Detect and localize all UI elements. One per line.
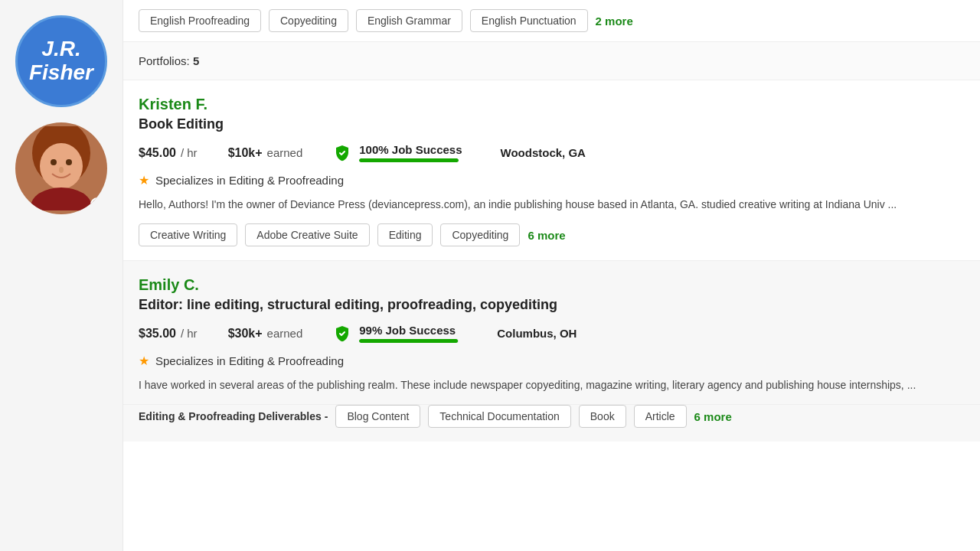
skill-adobe[interactable]: Adobe Creative Suite bbox=[245, 223, 369, 246]
freelancer-stats-kristen: $45.00 / hr $10k+ earned 100% Job Succes… bbox=[139, 143, 965, 162]
description-kristen: Hello, Authors! I'm the owner of Devianc… bbox=[139, 197, 965, 213]
deliverable-technical[interactable]: Technical Documentation bbox=[428, 405, 570, 428]
specialization-text-emily: Specializes in Editing & Proofreading bbox=[155, 354, 344, 367]
specialization-row-kristen: ★ Specializes in Editing & Proofreading bbox=[139, 173, 965, 187]
deliverable-book[interactable]: Book bbox=[579, 405, 626, 428]
earned-amount-kristen: $10k+ bbox=[228, 146, 263, 160]
avatar-initials: J.R.Fisher bbox=[29, 37, 93, 85]
freelancer-card-emily: Emily C. Editor: line editing, structura… bbox=[123, 261, 980, 405]
freelancer-title-emily: Editor: line editing, structural editing… bbox=[139, 297, 965, 313]
skill-tag-grammar[interactable]: English Grammar bbox=[356, 9, 462, 32]
avatar-kristen[interactable] bbox=[15, 122, 107, 214]
freelancer-card-kristen: Kristen F. Book Editing $45.00 / hr $10k… bbox=[123, 80, 980, 261]
deliverable-blog[interactable]: Blog Content bbox=[335, 405, 420, 428]
rate-unit-emily: / hr bbox=[181, 327, 198, 340]
portfolios-row: Portfolios: 5 bbox=[123, 42, 980, 80]
job-success-text-kristen: 100% Job Success bbox=[359, 143, 462, 156]
specialization-text-kristen: Specializes in Editing & Proofreading bbox=[155, 174, 344, 187]
avatar-dot-kristen bbox=[90, 197, 104, 211]
star-icon-emily: ★ bbox=[139, 354, 149, 368]
avatar-kristen-svg bbox=[23, 126, 100, 210]
job-success-fill-emily bbox=[359, 339, 458, 343]
job-success-bar-emily bbox=[359, 339, 459, 343]
job-success-info-emily: 99% Job Success bbox=[359, 324, 459, 343]
job-success-fill-kristen bbox=[359, 158, 459, 162]
skills-more-kristen[interactable]: 6 more bbox=[528, 229, 565, 242]
description-emily: I have worked in several areas of the pu… bbox=[139, 377, 965, 393]
freelancer-name-emily[interactable]: Emily C. bbox=[139, 276, 965, 294]
main-content: English Proofreading Copyediting English… bbox=[122, 0, 980, 551]
deliverables-row: Editing & Proofreading Deliverables - Bl… bbox=[123, 405, 980, 442]
rate-unit-kristen: / hr bbox=[181, 146, 198, 159]
top-skills-row: English Proofreading Copyediting English… bbox=[123, 0, 980, 42]
freelancer-name-kristen[interactable]: Kristen F. bbox=[139, 96, 965, 113]
avatar-jr-fisher[interactable]: J.R.Fisher bbox=[15, 15, 107, 107]
star-icon-kristen: ★ bbox=[139, 173, 149, 187]
deliverables-more[interactable]: 6 more bbox=[694, 410, 732, 423]
earned-label-emily: earned bbox=[267, 327, 303, 340]
page-wrapper: J.R.Fisher bbox=[0, 0, 980, 551]
sidebar: J.R.Fisher bbox=[0, 0, 122, 551]
skill-editing[interactable]: Editing bbox=[377, 223, 433, 246]
skills-row-kristen: Creative Writing Adobe Creative Suite Ed… bbox=[139, 223, 965, 260]
job-success-info-kristen: 100% Job Success bbox=[359, 143, 462, 162]
rate-kristen: $45.00 bbox=[139, 146, 176, 160]
svg-point-3 bbox=[51, 159, 57, 165]
job-success-container-emily: 99% Job Success bbox=[333, 324, 459, 343]
shield-icon-emily bbox=[333, 324, 351, 343]
freelancer-title-kristen: Book Editing bbox=[139, 116, 965, 132]
job-success-bar-kristen bbox=[359, 158, 459, 162]
shield-icon-kristen bbox=[333, 144, 351, 162]
freelancer-stats-emily: $35.00 / hr $30k+ earned 99% Job Success bbox=[139, 324, 965, 343]
svg-point-2 bbox=[31, 187, 92, 210]
earned-amount-emily: $30k+ bbox=[228, 327, 263, 341]
deliverable-article[interactable]: Article bbox=[634, 405, 687, 428]
portfolios-count[interactable]: 5 bbox=[193, 54, 199, 67]
emily-section: Emily C. Editor: line editing, structura… bbox=[123, 261, 980, 442]
earned-label-kristen: earned bbox=[267, 146, 303, 159]
rate-emily: $35.00 bbox=[139, 327, 176, 341]
deliverables-label: Editing & Proofreading Deliverables - bbox=[139, 410, 328, 422]
skill-tag-proofreading[interactable]: English Proofreading bbox=[139, 9, 261, 32]
location-kristen: Woodstock, GA bbox=[501, 146, 586, 159]
skill-copyediting-k[interactable]: Copyediting bbox=[440, 223, 520, 246]
svg-point-1 bbox=[40, 143, 83, 189]
skill-tag-copyediting[interactable]: Copyediting bbox=[269, 9, 348, 32]
svg-point-5 bbox=[59, 167, 64, 173]
top-skills-more[interactable]: 2 more bbox=[596, 15, 633, 28]
skill-creative-writing[interactable]: Creative Writing bbox=[139, 223, 237, 246]
job-success-text-emily: 99% Job Success bbox=[359, 324, 459, 337]
specialization-row-emily: ★ Specializes in Editing & Proofreading bbox=[139, 354, 965, 368]
job-success-container-kristen: 100% Job Success bbox=[333, 143, 462, 162]
svg-point-4 bbox=[66, 159, 72, 165]
portfolios-label: Portfolios: bbox=[139, 54, 190, 67]
location-emily: Columbus, OH bbox=[497, 327, 577, 340]
skill-tag-punctuation[interactable]: English Punctuation bbox=[470, 9, 588, 32]
